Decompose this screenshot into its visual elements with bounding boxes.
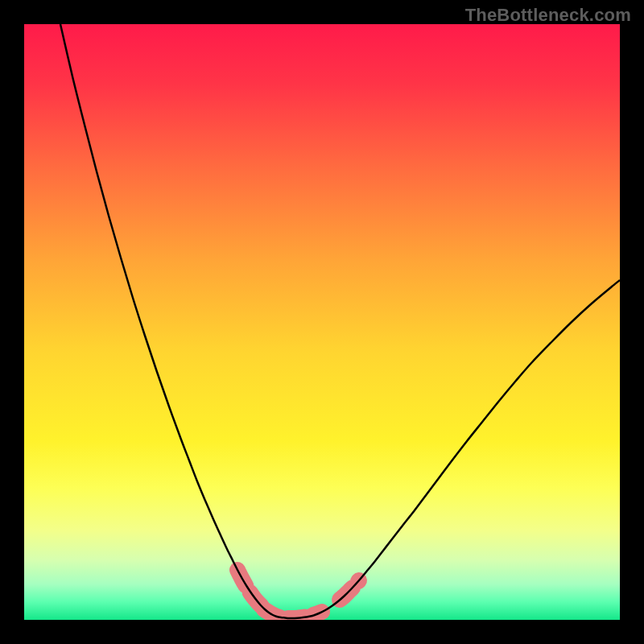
plot-area	[24, 24, 620, 620]
bottleneck-curve	[60, 24, 620, 618]
attribution-text: TheBottleneck.com	[465, 5, 631, 26]
curve-layer	[24, 24, 620, 620]
chart-container: TheBottleneck.com	[0, 0, 644, 644]
